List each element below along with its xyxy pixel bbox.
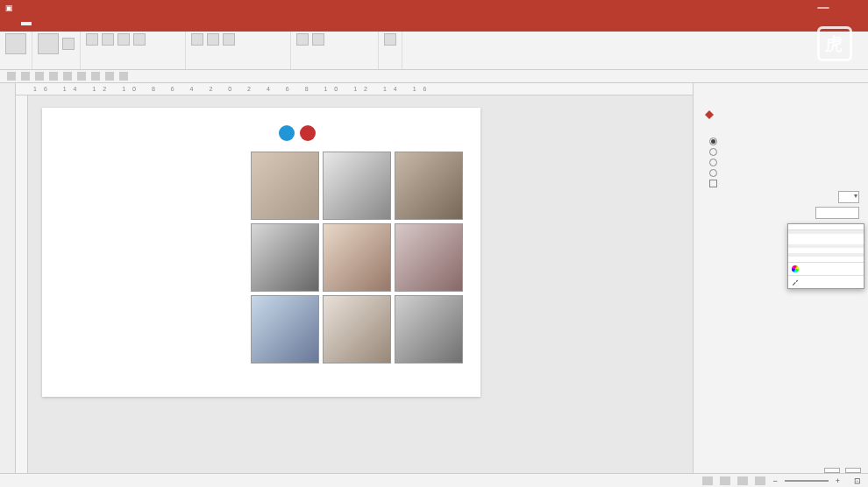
shapes-icon[interactable] <box>296 33 309 46</box>
qat-undo-icon[interactable] <box>21 72 30 81</box>
color-picker-button[interactable] <box>838 191 859 203</box>
statusbar: − + ⊡ <box>0 473 868 487</box>
photo-7 <box>251 295 319 363</box>
red-circle <box>300 125 316 141</box>
app-icon: ▣ <box>5 4 13 12</box>
bold-icon[interactable] <box>86 33 98 46</box>
photo-grid <box>251 152 463 363</box>
ribbon <box>0 32 868 70</box>
qat-icon-7[interactable] <box>91 72 100 81</box>
view-slideshow-icon[interactable] <box>755 476 765 485</box>
format-background-panel <box>693 83 868 473</box>
fill-tab-icon[interactable] <box>702 108 716 122</box>
qat-icon-5[interactable] <box>63 72 72 81</box>
zoom-slider[interactable] <box>785 480 829 482</box>
qat-icon-8[interactable] <box>105 72 114 81</box>
italic-icon[interactable] <box>102 33 114 46</box>
transparency-input[interactable] <box>815 207 859 219</box>
photo-1 <box>251 152 319 220</box>
photo-9 <box>395 295 463 363</box>
zoom-in-icon[interactable]: + <box>836 476 840 485</box>
find-icon[interactable] <box>384 33 396 46</box>
font-color-icon[interactable] <box>133 33 146 46</box>
blue-circle <box>279 125 295 141</box>
slide[interactable] <box>42 108 480 397</box>
workspace: 16 14 12 10 8 6 4 2 0 2 4 6 8 10 12 14 1… <box>0 83 868 473</box>
zoom-out-icon[interactable]: − <box>772 476 777 485</box>
quick-access-toolbar <box>0 70 868 83</box>
new-slide-icon[interactable] <box>38 33 59 54</box>
view-reading-icon[interactable] <box>737 476 748 485</box>
login-button[interactable] <box>817 7 829 9</box>
titlebar: ▣ <box>0 0 868 16</box>
ruler-horizontal: 16 14 12 10 8 6 4 2 0 2 4 6 8 10 12 14 1… <box>16 83 693 95</box>
qat-icon-6[interactable] <box>77 72 86 81</box>
view-sorter-icon[interactable] <box>720 476 730 485</box>
radio-pattern-fill[interactable] <box>709 169 859 177</box>
paste-icon[interactable] <box>5 33 26 54</box>
view-normal-icon[interactable] <box>702 476 713 485</box>
radio-gradient-fill[interactable] <box>709 148 859 156</box>
photo-8 <box>323 295 391 363</box>
qat-redo-icon[interactable] <box>35 72 44 81</box>
photo-5 <box>323 223 391 292</box>
more-colors[interactable] <box>788 262 864 275</box>
photo-2 <box>323 152 391 220</box>
color-popup <box>787 223 864 289</box>
underline-icon[interactable] <box>117 33 130 46</box>
color-auto[interactable] <box>788 224 864 230</box>
outline-pane[interactable] <box>0 83 16 473</box>
radio-picture-fill[interactable] <box>709 159 859 166</box>
menubar <box>0 16 868 32</box>
checkbox-hide-bg[interactable] <box>709 180 859 187</box>
canvas-area: 16 14 12 10 8 6 4 2 0 2 4 6 8 10 12 14 1… <box>16 83 693 473</box>
ruler-vertical <box>16 95 28 473</box>
tab-home[interactable] <box>21 22 32 25</box>
smartart-icon[interactable] <box>223 33 235 46</box>
align-icon[interactable] <box>207 33 219 46</box>
layout-icon[interactable] <box>62 38 75 50</box>
photo-3 <box>395 152 463 220</box>
qat-save-icon[interactable] <box>7 72 16 81</box>
bullets-icon[interactable] <box>191 33 203 46</box>
fit-window-icon[interactable]: ⊡ <box>854 476 861 485</box>
qat-icon-4[interactable] <box>49 72 58 81</box>
arrange-icon[interactable] <box>312 33 324 46</box>
eyedropper[interactable] <box>788 275 864 288</box>
photo-4 <box>251 223 319 292</box>
photo-6 <box>395 223 463 292</box>
qat-icon-9[interactable] <box>119 72 128 81</box>
radio-solid-fill[interactable] <box>709 138 859 145</box>
